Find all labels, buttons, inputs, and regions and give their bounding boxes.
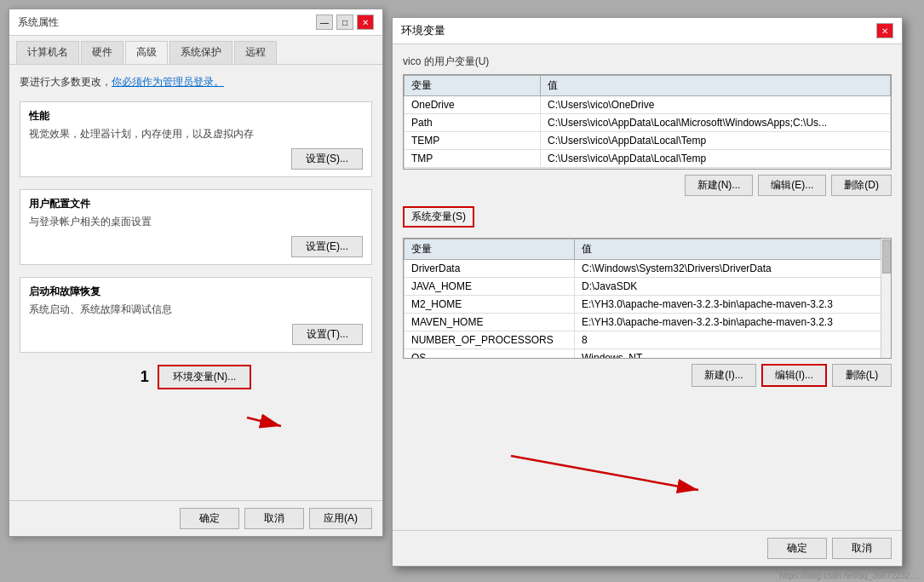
tab-hardware[interactable]: 硬件	[81, 41, 123, 64]
sys-maximize-button[interactable]: □	[336, 14, 353, 30]
system-properties-window: 系统属性 — □ ✕ 计算机名 硬件 高级 系统保护 远程 要进行大多数更改，你…	[9, 9, 383, 537]
user-var-name: OneDrive	[405, 96, 541, 114]
user-profile-section: 用户配置文件 与登录帐户相关的桌面设置 设置(E)...	[20, 189, 372, 265]
sys-cancel-button[interactable]: 取消	[244, 508, 304, 529]
env-footer: 确定 取消	[393, 530, 902, 566]
user-profile-settings-button[interactable]: 设置(E)...	[291, 236, 363, 257]
sys-vars-label: 系统变量(S)	[403, 206, 474, 228]
startup-desc: 系统启动、系统故障和调试信息	[29, 303, 363, 317]
env-content: vico 的用户变量(U) 变量 值 OneDriveC:\Users\vico…	[393, 44, 902, 407]
sys-var-value: E:\YH3.0\apache-maven-3.2.3-bin\apache-m…	[575, 314, 891, 331]
sys-vars-row[interactable]: DriverDataC:\Windows\System32\Drivers\Dr…	[405, 260, 891, 278]
step-number: 1	[141, 368, 149, 386]
user-vars-row[interactable]: OneDriveC:\Users\vico\OneDrive	[405, 96, 891, 114]
user-vars-row[interactable]: TEMPC:\Users\vico\AppData\Local\Temp	[405, 132, 891, 150]
sys-title: 系统属性	[18, 15, 59, 30]
sys-var-value: Windows_NT	[575, 349, 891, 359]
sys-var-value: 8	[575, 331, 891, 349]
sys-new-button[interactable]: 新建(I)...	[692, 364, 755, 387]
env-title: 环境变量	[401, 23, 445, 38]
sys-titlebar: 系统属性 — □ ✕	[9, 9, 382, 36]
sys-edit-button[interactable]: 编辑(I)...	[761, 364, 827, 387]
sys-var-value: D:\JavaSDK	[575, 278, 891, 296]
sys-var-name: NUMBER_OF_PROCESSORS	[405, 331, 575, 349]
sys-col-var: 变量	[405, 239, 575, 260]
performance-settings-button[interactable]: 设置(S)...	[291, 148, 363, 170]
user-var-value: C:\Users\vico\AppData\Local\Temp	[541, 150, 891, 168]
user-var-value: C:\Users\vico\OneDrive	[541, 96, 891, 114]
startup-section: 启动和故障恢复 系统启动、系统故障和调试信息 设置(T)...	[20, 277, 372, 353]
env-close-button[interactable]: ✕	[876, 23, 893, 38]
tab-computer-name[interactable]: 计算机名	[16, 41, 79, 64]
user-vars-btn-row: 新建(N)... 编辑(E)... 删除(D)	[403, 175, 892, 196]
sys-window-controls: — □ ✕	[316, 14, 374, 30]
sys-ok-button[interactable]: 确定	[180, 508, 239, 529]
sys-vars-row[interactable]: JAVA_HOMED:\JavaSDK	[405, 278, 891, 296]
performance-desc: 视觉效果，处理器计划，内存使用，以及虚拟内存	[29, 127, 363, 141]
admin-notice: 要进行大多数更改，你必须作为管理员登录。	[20, 75, 372, 89]
env-titlebar: 环境变量 ✕	[393, 18, 902, 44]
sys-var-name: OS	[405, 349, 575, 359]
sys-vars-table-container: 变量 值 DriverDataC:\Windows\System32\Drive…	[403, 238, 892, 359]
user-var-value: C:\Users\vico\AppData\Local\Temp	[541, 132, 891, 150]
admin-link: 你必须作为管理员登录。	[112, 76, 224, 88]
user-vars-label: vico 的用户变量(U)	[403, 55, 892, 69]
env-variables-window: 环境变量 ✕ vico 的用户变量(U) 变量 值 OneDriveC:\Use…	[392, 17, 903, 567]
performance-section: 性能 视觉效果，处理器计划，内存使用，以及虚拟内存 设置(S)...	[20, 101, 372, 177]
user-vars-row[interactable]: PathC:\Users\vico\AppData\Local\Microsof…	[405, 114, 891, 132]
env-cancel-button[interactable]: 取消	[832, 538, 892, 559]
sys-var-name: M2_HOME	[405, 296, 575, 314]
user-vars-table-container: 变量 值 OneDriveC:\Users\vico\OneDrivePathC…	[403, 74, 892, 170]
sys-apply-button[interactable]: 应用(A)	[309, 508, 372, 529]
sys-delete-button[interactable]: 删除(L)	[832, 364, 892, 387]
sys-var-value: E:\YH3.0\apache-maven-3.2.3-bin\apache-m…	[575, 296, 891, 314]
user-var-name: TMP	[405, 150, 541, 168]
startup-title: 启动和故障恢复	[29, 285, 363, 299]
user-col-var: 变量	[405, 76, 541, 96]
tab-remote[interactable]: 远程	[234, 41, 277, 64]
env-ok-button[interactable]: 确定	[767, 538, 827, 559]
env-variables-button[interactable]: 环境变量(N)...	[158, 365, 252, 389]
user-profile-title: 用户配置文件	[29, 197, 363, 211]
sys-close-button[interactable]: ✕	[357, 14, 374, 30]
user-vars-scroll[interactable]: 变量 值 OneDriveC:\Users\vico\OneDrivePathC…	[404, 75, 891, 169]
user-new-button[interactable]: 新建(N)...	[685, 175, 754, 196]
user-var-value: C:\Users\vico\AppData\Local\Microsoft\Wi…	[541, 114, 891, 132]
sys-col-val: 值	[575, 239, 891, 260]
user-vars-row[interactable]: TMPC:\Users\vico\AppData\Local\Temp	[405, 150, 891, 168]
sys-vars-scrollbar[interactable]	[881, 239, 891, 358]
sys-footer: 确定 取消 应用(A)	[9, 500, 382, 536]
sys-vars-scroll[interactable]: 变量 值 DriverDataC:\Windows\System32\Drive…	[404, 239, 891, 358]
sys-vars-scrollbar-thumb[interactable]	[882, 239, 891, 274]
env-variables-row: 1 环境变量(N)...	[20, 365, 372, 389]
watermark: https://blog.csdn.net/qq_36872232...	[779, 571, 917, 580]
sys-var-name: MAVEN_HOME	[405, 314, 575, 331]
user-delete-button[interactable]: 删除(D)	[831, 175, 892, 196]
user-var-name: Path	[405, 114, 541, 132]
sys-vars-row[interactable]: NUMBER_OF_PROCESSORS8	[405, 331, 891, 349]
tab-system-protection[interactable]: 系统保护	[169, 41, 232, 64]
user-vars-table: 变量 值 OneDriveC:\Users\vico\OneDrivePathC…	[404, 75, 891, 168]
sys-minimize-button[interactable]: —	[316, 14, 333, 30]
sys-vars-row[interactable]: M2_HOMEE:\YH3.0\apache-maven-3.2.3-bin\a…	[405, 296, 891, 314]
sys-vars-btn-row: 新建(I)... 编辑(I)... 删除(L)	[403, 364, 892, 387]
performance-title: 性能	[29, 109, 363, 124]
user-col-val: 值	[541, 76, 891, 96]
sys-vars-row[interactable]: OSWindows_NT	[405, 349, 891, 359]
sys-vars-table: 变量 值 DriverDataC:\Windows\System32\Drive…	[404, 239, 891, 358]
user-edit-button[interactable]: 编辑(E)...	[758, 175, 826, 196]
sys-var-name: DriverData	[405, 260, 575, 278]
user-var-name: TEMP	[405, 132, 541, 150]
sys-var-value: C:\Windows\System32\Drivers\DriverData	[575, 260, 891, 278]
tab-advanced[interactable]: 高级	[125, 41, 168, 64]
startup-settings-button[interactable]: 设置(T)...	[292, 324, 363, 345]
sys-content: 要进行大多数更改，你必须作为管理员登录。 性能 视觉效果，处理器计划，内存使用，…	[9, 65, 382, 519]
sys-var-name: JAVA_HOME	[405, 278, 575, 296]
sys-vars-row[interactable]: MAVEN_HOMEE:\YH3.0\apache-maven-3.2.3-bi…	[405, 314, 891, 331]
sys-tabs: 计算机名 硬件 高级 系统保护 远程	[9, 36, 382, 65]
user-profile-desc: 与登录帐户相关的桌面设置	[29, 215, 363, 229]
